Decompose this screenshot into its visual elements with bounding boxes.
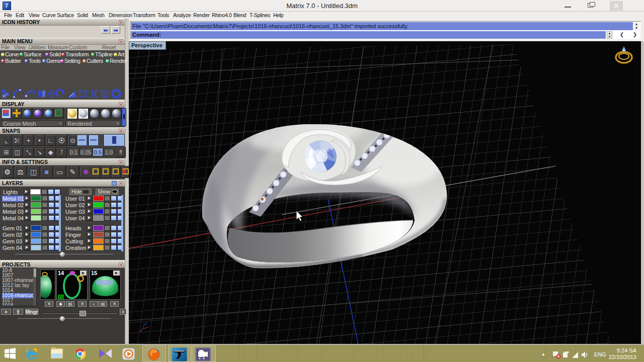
svg-text:z: z <box>145 321 147 326</box>
svg-text:x: x <box>140 328 142 333</box>
